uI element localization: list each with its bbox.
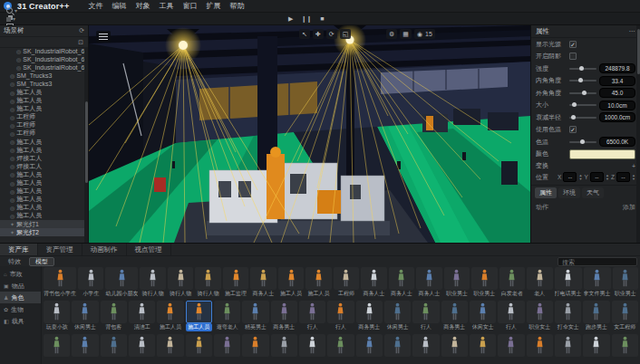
asset-tile[interactable]: 施工人员: [157, 301, 183, 333]
asset-tile[interactable]: 清洁工: [129, 301, 155, 333]
menubar-item[interactable]: 帮助: [225, 2, 248, 10]
grid-button[interactable]: ▦: [400, 29, 412, 39]
property-slider[interactable]: [569, 68, 596, 70]
tree-item[interactable]: ✦聚光灯2: [0, 228, 84, 236]
asset-tile[interactable]: 老人: [527, 267, 552, 300]
asset-tile[interactable]: 行人: [299, 301, 325, 333]
asset-tile[interactable]: 施工人员: [186, 301, 212, 333]
asset-tile[interactable]: [583, 334, 609, 364]
properties-tab[interactable]: 环境: [558, 187, 580, 198]
menubar-item[interactable]: 扩展: [201, 2, 225, 10]
asset-tile[interactable]: 跑步男士: [583, 301, 609, 333]
asset-tile[interactable]: 拿文件男士: [584, 267, 611, 300]
asset-tile[interactable]: [299, 334, 325, 364]
asset-search-input[interactable]: [558, 257, 637, 266]
asset-tile[interactable]: 骑行人物: [168, 267, 193, 300]
asset-tile[interactable]: [157, 334, 183, 364]
asset-panel-tab[interactable]: 资产管理: [38, 244, 82, 255]
tree-item[interactable]: ◎施工人员: [0, 196, 84, 204]
asset-tile[interactable]: [612, 334, 638, 364]
refresh-icon[interactable]: ⟳: [79, 27, 84, 34]
asset-tile[interactable]: 职业女士: [527, 301, 553, 333]
property-value[interactable]: 10.0cm: [599, 101, 635, 110]
asset-tile[interactable]: 玩耍小孩: [44, 301, 70, 333]
tree-item[interactable]: ◎SK_IndustrialRobot_6_J...: [0, 55, 84, 63]
tree-item[interactable]: ◎工程师: [0, 121, 84, 129]
asset-tile[interactable]: [129, 334, 155, 364]
asset-category[interactable]: ◧载具: [0, 315, 41, 327]
tree-item[interactable]: ◎施工人员: [0, 187, 84, 196]
tree-item[interactable]: ◎工程师: [0, 113, 84, 121]
settings-button[interactable]: ⚙: [386, 29, 397, 39]
move-tool-button[interactable]: ✚: [313, 29, 324, 39]
asset-tile[interactable]: 商务人士: [416, 267, 441, 300]
menubar-item[interactable]: 对象: [131, 2, 154, 10]
property-slider[interactable]: [569, 92, 596, 94]
property-slider[interactable]: [569, 117, 596, 119]
asset-tile[interactable]: 商务人士: [250, 267, 276, 300]
asset-subtab[interactable]: 模型: [29, 257, 54, 266]
tree-item[interactable]: ◎施工人员: [0, 105, 84, 113]
asset-tile[interactable]: 小学生: [78, 267, 103, 300]
asset-tile[interactable]: [384, 334, 411, 364]
asset-tile[interactable]: 打伞女士: [555, 301, 581, 333]
开启阴影-checkbox[interactable]: [569, 53, 577, 60]
menubar-item[interactable]: 编辑: [107, 2, 131, 10]
tree-item[interactable]: ◎SK_IndustrialRobot_6_J...: [0, 47, 84, 55]
property-value[interactable]: 6500.0K: [599, 137, 635, 147]
properties-scrollbar[interactable]: [636, 25, 640, 243]
asset-tile[interactable]: [186, 334, 212, 364]
asset-tile[interactable]: 精英男士: [242, 301, 268, 333]
asset-tile[interactable]: [271, 334, 297, 364]
asset-tile[interactable]: [555, 334, 581, 364]
asset-panel-tab[interactable]: 资产库: [0, 244, 38, 255]
properties-tab[interactable]: 属性: [535, 187, 557, 198]
menubar-item[interactable]: 文件: [83, 2, 107, 10]
tree-item[interactable]: ◎施工人员: [0, 97, 84, 105]
asset-subtab[interactable]: 特效: [3, 257, 26, 266]
asset-tile[interactable]: [44, 334, 70, 364]
property-slider[interactable]: [569, 141, 596, 143]
asset-tile[interactable]: [441, 334, 468, 364]
axis-value-input[interactable]: --: [590, 172, 604, 182]
magnifier-tool-button[interactable]: ▾: [3, 6, 22, 14]
asset-tile[interactable]: [470, 334, 496, 364]
asset-category[interactable]: ✿生物: [0, 303, 41, 315]
asset-tile[interactable]: 休闲女士: [470, 301, 496, 333]
asset-tile[interactable]: 施工人员: [278, 267, 304, 300]
asset-tile[interactable]: 商务男士: [356, 301, 383, 333]
asset-tile[interactable]: 商务人士: [389, 267, 414, 300]
tree-item[interactable]: ◎施工人员: [0, 88, 84, 96]
asset-tile[interactable]: [242, 334, 268, 364]
asset-tile[interactable]: 职业男士: [444, 267, 470, 300]
tree-item[interactable]: ◎施工人员: [0, 138, 84, 146]
asset-tile[interactable]: [356, 334, 383, 364]
asset-category[interactable]: ▣物品: [0, 280, 41, 292]
properties-tab[interactable]: 天气: [582, 187, 604, 198]
panel-options-icon[interactable]: ⋯: [629, 27, 636, 35]
axis-spinner[interactable]: ▲▼: [606, 174, 609, 181]
asset-panel-tab[interactable]: 视点管理: [127, 244, 171, 255]
asset-tile[interactable]: 工程师: [334, 267, 359, 300]
scale-tool-button[interactable]: ◱: [340, 29, 352, 39]
menubar-item[interactable]: 窗口: [178, 2, 201, 10]
slider-thumb[interactable]: [582, 91, 587, 95]
asset-tile[interactable]: [101, 334, 127, 364]
layers-tool-button[interactable]: ▾: [3, 14, 22, 23]
tree-item[interactable]: ◎焊接工人: [0, 154, 84, 162]
tree-item[interactable]: ◎施工人员: [0, 179, 84, 187]
asset-tile[interactable]: 打电话男士: [555, 267, 582, 300]
asset-tile[interactable]: 商务人士: [361, 267, 386, 300]
action-add-button[interactable]: 添加: [623, 203, 635, 212]
tree-item[interactable]: ◎施工人员: [0, 212, 84, 220]
asset-tile[interactable]: 背包客: [101, 301, 127, 333]
slider-thumb[interactable]: [572, 102, 577, 107]
asset-tile[interactable]: 商务男士: [441, 301, 468, 333]
tree-item[interactable]: ◎SM_Trucks3: [0, 72, 84, 80]
slider-thumb[interactable]: [580, 139, 585, 144]
menubar-item[interactable]: 工具: [154, 2, 178, 10]
asset-tile[interactable]: [72, 334, 98, 364]
collapse-all-icon[interactable]: ⊡: [78, 39, 83, 46]
asset-tile[interactable]: 女工程师: [612, 301, 638, 333]
play-button[interactable]: ▶: [288, 13, 293, 25]
